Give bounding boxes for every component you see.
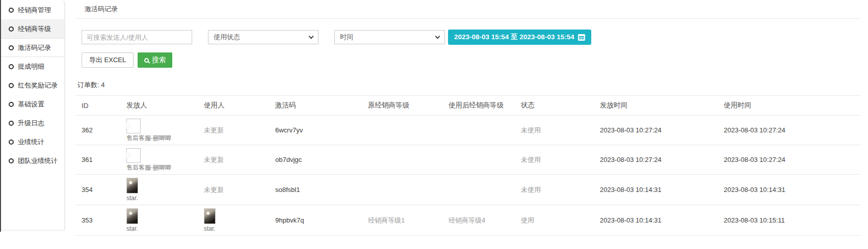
cell-user: 未更新	[198, 145, 269, 175]
sidebar: 经销商管理经销商等级激活码记录提成明细红包奖励记录基础设置升级日志业绩统计团队业…	[1, 0, 65, 230]
sidebar-item[interactable]: 经销商等级	[1, 19, 64, 38]
cell-send-time: 2023-08-03 10:14:31	[594, 205, 718, 236]
cell-orig-level	[362, 116, 442, 145]
order-count-value: 4	[101, 81, 104, 89]
action-bar: 导出 EXCEL 搜索	[82, 52, 860, 68]
cell-use-time: 2023-08-03 10:14:31	[718, 175, 860, 205]
person-name: star.	[126, 226, 138, 232]
column-header: ID	[75, 96, 120, 116]
app-window: 经销商管理经销商等级激活码记录提成明细红包奖励记录基础设置升级日志业绩统计团队业…	[0, 0, 868, 249]
column-header: 发放时间	[594, 96, 718, 116]
user-avatar-photo	[126, 178, 138, 193]
cell-user: 未更新	[198, 116, 269, 145]
sidebar-item-label: 经销商管理	[18, 6, 51, 15]
user-avatar-photo	[126, 208, 138, 224]
column-header: 状态	[515, 96, 594, 116]
sidebar-item[interactable]: 基础设置	[1, 95, 64, 114]
cell-orig-level	[362, 175, 442, 205]
radio-circle-icon	[9, 158, 14, 163]
page-title: 激活码记录	[85, 5, 118, 13]
date-range-button[interactable]: 2023-08-03 15:54 至 2023-08-03 15:54	[448, 30, 591, 45]
sidebar-item-label: 提成明细	[18, 62, 44, 71]
sidebar-item[interactable]: 提成明细	[1, 57, 64, 76]
cell-send-time: 2023-08-03 10:27:24	[594, 145, 718, 175]
cell-status: 未使用	[515, 145, 594, 175]
radio-circle-icon	[9, 140, 14, 145]
chevron-down-icon	[435, 34, 440, 39]
status-select[interactable]: 使用状态	[208, 30, 319, 44]
chevron-down-icon	[309, 34, 314, 39]
table-row: 362售后客服-丽唧唧未更新6wcrv7yv未使用2023-08-03 10:2…	[75, 116, 860, 145]
search-icon	[144, 58, 149, 63]
status-select-value: 使用状态	[214, 33, 240, 42]
radio-circle-icon	[9, 45, 14, 50]
person-cell: star.	[126, 208, 138, 232]
cell-status: 未使用	[515, 175, 594, 205]
user-avatar-photo	[204, 208, 216, 224]
person-name: 售后客服-丽唧唧	[126, 164, 171, 171]
sidebar-item[interactable]: 经销商管理	[1, 1, 64, 19]
export-excel-button[interactable]: 导出 EXCEL	[82, 52, 134, 68]
sidebar-item[interactable]: 升级日志	[1, 114, 64, 132]
cell-after-level	[442, 175, 515, 205]
person-cell: star.	[126, 178, 138, 201]
person-cell: star.	[204, 208, 216, 232]
cell-sender: 售后客服-丽唧唧	[120, 145, 198, 175]
person-name: 未更新	[204, 126, 224, 134]
cell-id: 362	[75, 116, 120, 145]
sidebar-item-label: 红包奖励记录	[18, 81, 58, 90]
cell-id: 361	[75, 145, 120, 175]
person-name: 未更新	[204, 186, 224, 193]
person-name: star.	[204, 226, 216, 232]
radio-circle-icon	[9, 121, 14, 126]
sidebar-item[interactable]: 红包奖励记录	[1, 76, 64, 95]
cell-code: 6wcrv7yv	[269, 116, 362, 145]
person-cell: 售后客服-丽唧唧	[126, 148, 171, 171]
cell-sender: star.	[120, 175, 198, 205]
radio-circle-icon	[9, 102, 14, 107]
cell-code: so8fsbl1	[269, 175, 362, 205]
person-name: 未更新	[204, 156, 224, 163]
cell-status: 未使用	[515, 116, 594, 145]
sidebar-item[interactable]: 激活码记录	[1, 38, 64, 57]
column-header: 原经销商等级	[362, 96, 442, 116]
table-row: 361售后客服-丽唧唧未更新ob7dvjgc未使用2023-08-03 10:2…	[75, 145, 860, 175]
sidebar-item-label: 基础设置	[18, 100, 44, 109]
radio-circle-icon	[9, 64, 14, 69]
cell-use-time: 2023-08-03 10:15:11	[718, 205, 860, 236]
search-button-label: 搜索	[152, 56, 166, 65]
time-select[interactable]: 时间	[334, 30, 445, 44]
table-row: 354star.未更新so8fsbl1未使用2023-08-03 10:14:3…	[75, 175, 860, 205]
cell-orig-level: 经销商等级1	[362, 205, 442, 236]
calendar-icon	[578, 34, 585, 41]
sidebar-item[interactable]: 团队业绩统计	[1, 151, 64, 170]
radio-circle-icon	[9, 26, 14, 32]
cell-id: 354	[75, 175, 120, 205]
table-row: 353star.star.9hpbvk7q经销商等级1经销商等级4使用2023-…	[75, 205, 860, 236]
person-cell: 售后客服-丽唧唧	[126, 119, 171, 141]
cell-code: ob7dvjgc	[269, 145, 362, 175]
cell-after-level: 经销商等级4	[442, 205, 515, 236]
sidebar-item-label: 激活码记录	[18, 43, 51, 52]
cell-use-time: 2023-08-03 10:27:24	[718, 116, 860, 145]
search-input[interactable]	[82, 30, 192, 44]
sidebar-item[interactable]: 业绩统计	[1, 132, 64, 151]
sidebar-menu: 经销商管理经销商等级激活码记录提成明细红包奖励记录基础设置升级日志业绩统计团队业…	[1, 1, 64, 170]
column-header: 激活码	[269, 96, 362, 116]
search-button[interactable]: 搜索	[138, 52, 172, 68]
page-title-bar: 激活码记录	[75, 0, 860, 19]
person-name: 售后客服-丽唧唧	[126, 135, 171, 141]
cell-after-level	[442, 145, 515, 175]
sidebar-item-label: 团队业绩统计	[18, 156, 58, 165]
sidebar-item-label: 经销商等级	[18, 24, 51, 34]
default-user-avatar-icon	[126, 119, 141, 133]
cell-orig-level	[362, 145, 442, 175]
date-range-label: 2023-08-03 15:54 至 2023-08-03 15:54	[454, 33, 574, 42]
column-header: 发放人	[120, 96, 198, 116]
records-table: ID发放人使用人激活码原经销商等级使用后经销商等级状态发放时间使用时间 362售…	[75, 95, 860, 236]
radio-circle-icon	[9, 83, 14, 88]
table-header-row: ID发放人使用人激活码原经销商等级使用后经销商等级状态发放时间使用时间	[75, 96, 860, 116]
time-select-value: 时间	[340, 33, 353, 42]
table-body: 362售后客服-丽唧唧未更新6wcrv7yv未使用2023-08-03 10:2…	[75, 116, 860, 236]
cell-sender: 售后客服-丽唧唧	[120, 116, 198, 145]
